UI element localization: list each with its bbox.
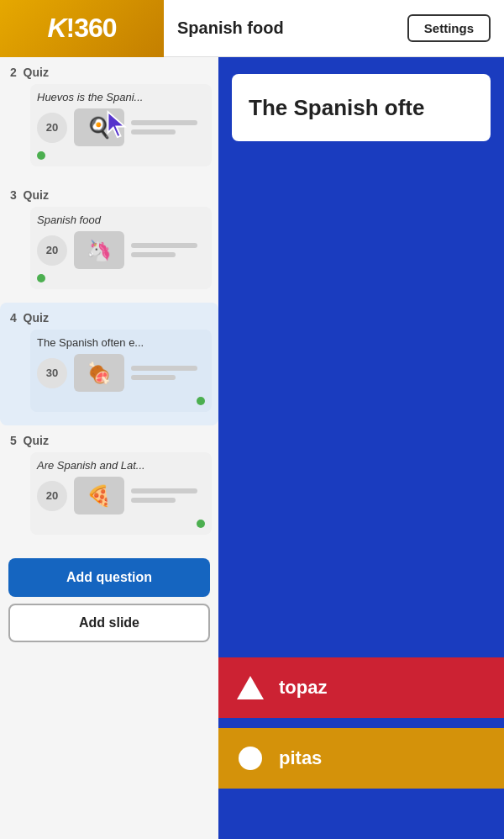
quiz-card-4[interactable]: The Spanish often e... 30 🍖: [30, 330, 212, 412]
quiz-line: [131, 252, 176, 257]
quiz-section-wrap-2: ⧉ 🗑 Huevos is the Spani... 20 🍳: [7, 84, 212, 166]
side-actions-4: ⧉ 🗑: [0, 352, 3, 389]
quiz-dot-5: [197, 520, 205, 528]
quiz-section-2: 2 Quiz ⧉ 🗑 Huevos is the Spani... 20 🍳: [0, 57, 218, 180]
quiz-line: [131, 366, 197, 371]
add-question-button[interactable]: Add question: [8, 558, 210, 597]
quiz-lines-2: [131, 120, 205, 135]
quiz-card-title-4: The Spanish often e...: [37, 336, 205, 349]
content-area: The Spanish ofte topaz pitas: [218, 57, 504, 839]
quiz-dot-3: [37, 274, 45, 282]
sidebar: 2 Quiz ⧉ 🗑 Huevos is the Spani... 20 🍳: [0, 57, 218, 839]
quiz-lines-3: [131, 243, 205, 257]
quiz-dot-row-4: [37, 397, 205, 405]
quiz-lines-5: [131, 488, 205, 503]
quiz-thumb-3: 🦄: [74, 231, 124, 269]
delete-icon[interactable]: 🗑: [0, 129, 3, 144]
answer-options: topaz pitas: [218, 657, 504, 789]
quiz-line: [131, 243, 197, 248]
delete-icon-4[interactable]: 🗑: [0, 374, 3, 389]
add-slide-button[interactable]: Add slide: [8, 604, 210, 642]
section-header-5: 5 Quiz: [7, 434, 212, 447]
quiz-section-wrap-5: Are Spanish and Lat... 20 🍕: [7, 452, 212, 535]
quiz-points-4: 30: [37, 358, 67, 388]
quiz-line: [131, 498, 176, 503]
quiz-card-title-2: Huevos is the Spani...: [37, 91, 205, 103]
logo: K!360: [47, 13, 116, 44]
answer-label-2: pitas: [279, 747, 322, 769]
quiz-card-title-5: Are Spanish and Lat...: [37, 459, 205, 472]
header: K!360 Spanish food Settings: [0, 0, 504, 57]
answer-option-2[interactable]: pitas: [218, 728, 504, 789]
settings-button[interactable]: Settings: [407, 14, 491, 42]
main-layout: 2 Quiz ⧉ 🗑 Huevos is the Spani... 20 🍳: [0, 57, 504, 839]
quiz-points-5: 20: [37, 481, 67, 511]
quiz-card-5[interactable]: Are Spanish and Lat... 20 🍕: [30, 452, 212, 535]
section-header-2: 2 Quiz: [7, 66, 212, 79]
quiz-section-5: 5 Quiz Are Spanish and Lat... 20 🍕: [0, 425, 218, 548]
quiz-card-title-3: Spanish food: [37, 214, 205, 226]
quiz-line: [131, 129, 176, 135]
quiz-section-wrap-4: ⧉ 🗑 The Spanish often e... 30 🍖: [7, 330, 212, 412]
sidebar-footer: Add question Add slide: [0, 548, 218, 649]
quiz-card-body-2: 20 🍳: [37, 108, 205, 146]
quiz-line: [131, 120, 197, 125]
copy-icon[interactable]: ⧉: [0, 107, 3, 122]
header-title-area: Spanish food Settings: [164, 14, 504, 42]
answer-option-1[interactable]: topaz: [218, 657, 504, 718]
quiz-card-body-5: 20 🍕: [37, 477, 205, 514]
quiz-card-3[interactable]: Spanish food 20 🦄: [30, 207, 212, 289]
quiz-line: [131, 375, 176, 380]
quiz-dot-4: [197, 397, 205, 405]
page-title: Spanish food: [177, 18, 284, 38]
quiz-thumb-4: 🍖: [74, 354, 124, 392]
quiz-dot-row-5: [37, 520, 205, 528]
triangle-icon: [235, 673, 265, 703]
logo-area: K!360: [0, 0, 164, 57]
quiz-dot-row-3: [37, 274, 205, 282]
quiz-dot-2: [37, 151, 45, 160]
quiz-points-3: 20: [37, 235, 67, 266]
section-header-3: 3 Quiz: [7, 188, 212, 202]
section-header-4: 4 Quiz: [7, 311, 212, 325]
quiz-thumb-5: 🍕: [74, 477, 124, 514]
quiz-card-body-3: 20 🦄: [37, 231, 205, 269]
side-actions-2: ⧉ 🗑: [0, 107, 3, 144]
answer-label-1: topaz: [279, 677, 327, 699]
quiz-card-body-4: 30 🍖: [37, 354, 205, 392]
quiz-points-2: 20: [37, 113, 67, 143]
quiz-section-3: 3 Quiz Spanish food 20 🦄: [0, 180, 218, 303]
quiz-line: [131, 488, 197, 493]
quiz-section-wrap-3: Spanish food 20 🦄: [7, 207, 212, 289]
quiz-dot-row-2: [37, 151, 205, 160]
quiz-thumb-2: 🍳: [74, 108, 124, 146]
copy-icon-4[interactable]: ⧉: [0, 352, 3, 367]
quiz-lines-4: [131, 366, 205, 380]
quiz-section-4: 4 Quiz ⧉ 🗑 The Spanish often e... 30 🍖: [0, 303, 218, 425]
quiz-card-2[interactable]: Huevos is the Spani... 20 🍳: [30, 84, 212, 166]
circle-icon: [235, 743, 265, 773]
question-box: The Spanish ofte: [232, 74, 491, 141]
